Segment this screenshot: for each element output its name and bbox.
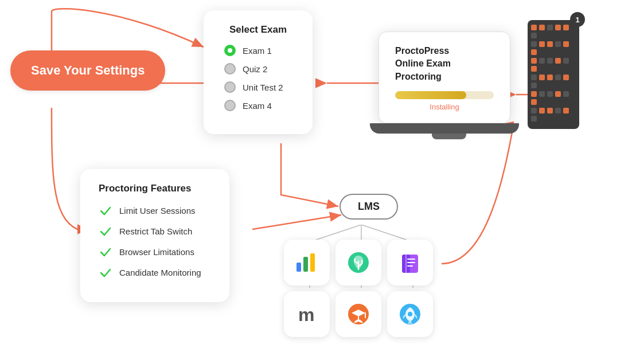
radio-exam3[interactable] [224, 81, 236, 93]
lms-icon-rocket[interactable] [387, 291, 433, 337]
radio-exam2[interactable] [224, 63, 236, 75]
svg-rect-19 [405, 255, 407, 273]
exam-option-1-label: Exam 1 [243, 46, 272, 56]
feature-label-4: Candidate Monitoring [119, 268, 201, 277]
lms-icon-bonsai[interactable] [335, 240, 381, 285]
server-body: 1 [528, 20, 579, 129]
laptop-base [370, 123, 519, 134]
feature-item-4: Candidate Monitoring [99, 265, 209, 279]
radio-exam4[interactable] [224, 100, 236, 111]
exam-option-4[interactable]: Exam 4 [224, 100, 292, 111]
exam-option-3[interactable]: Unit Test 2 [224, 81, 292, 93]
svg-rect-13 [296, 263, 301, 272]
exam-option-2-label: Quiz 2 [243, 64, 267, 74]
proctoring-title: Proctoring Features [99, 183, 209, 194]
select-exam-title: Select Exam [224, 24, 292, 36]
svg-text:m: m [298, 304, 314, 325]
feature-label-2: Restrict Tab Switch [119, 226, 192, 236]
feature-item-3: Browser Limitations [99, 245, 209, 259]
lms-label: LMS [340, 194, 398, 220]
select-exam-card: Select Exam Exam 1 Quiz 2 Unit Test 2 Ex… [204, 10, 313, 134]
server-tower: 1 [528, 20, 579, 129]
feature-item-2: Restrict Tab Switch [99, 224, 209, 238]
laptop-stand [432, 134, 466, 139]
installing-status: Installing [395, 103, 494, 111]
check-icon-3 [99, 245, 112, 259]
lms-icon-moodle[interactable] [335, 291, 381, 337]
laptop-screen: ProctoPress Online Exam Proctoring Insta… [379, 32, 510, 123]
lms-icon-analytics[interactable] [284, 240, 330, 285]
proctoring-features-card: Proctoring Features Limit User Sessions … [80, 169, 229, 302]
lms-icons-grid: m [284, 240, 433, 337]
feature-item-1: Limit User Sessions [99, 203, 209, 217]
lms-icon-moodle-m[interactable]: m [284, 291, 330, 337]
exam-option-3-label: Unit Test 2 [243, 83, 283, 92]
exam-option-4-label: Exam 4 [243, 101, 272, 111]
svg-point-23 [408, 312, 412, 316]
check-icon-4 [99, 265, 112, 279]
server-badge: 1 [570, 12, 585, 27]
feature-label-3: Browser Limitations [119, 247, 194, 257]
exam-option-1[interactable]: Exam 1 [224, 45, 292, 56]
check-icon-1 [99, 203, 112, 217]
check-icon-2 [99, 224, 112, 238]
exam-option-2[interactable]: Quiz 2 [224, 63, 292, 75]
progress-bar-bg [395, 91, 494, 99]
svg-rect-14 [303, 257, 308, 272]
lms-icon-book[interactable] [387, 240, 433, 285]
radio-exam1[interactable] [224, 45, 236, 56]
save-settings-button[interactable]: Save Your Settings [10, 50, 165, 91]
svg-rect-15 [310, 253, 315, 272]
proctopress-title: ProctoPress Online Exam Proctoring [395, 45, 494, 83]
proctopress-laptop: ProctoPress Online Exam Proctoring Insta… [379, 32, 519, 139]
progress-bar-fill [395, 91, 466, 99]
feature-label-1: Limit User Sessions [119, 206, 196, 216]
